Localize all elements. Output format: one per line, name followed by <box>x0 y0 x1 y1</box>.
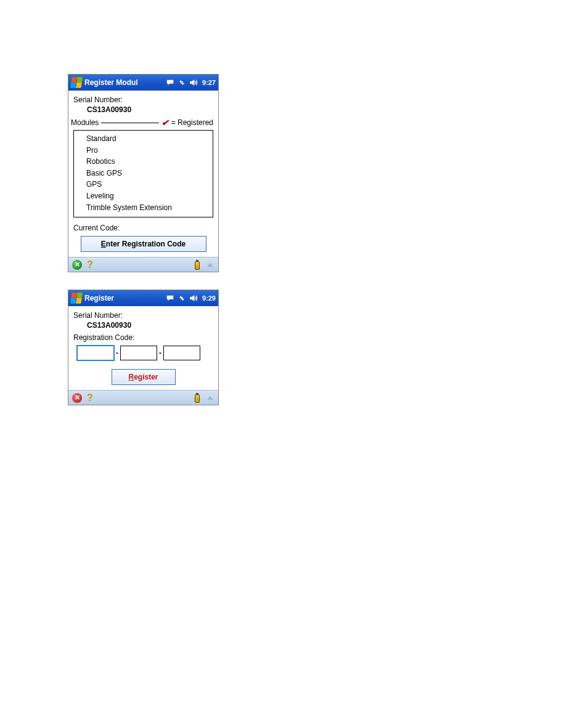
chat-icon[interactable] <box>166 78 174 87</box>
ok-icon[interactable]: ✕ <box>72 260 82 270</box>
clock-text: 9:27 <box>202 79 216 86</box>
list-item[interactable]: Basic GPS <box>86 168 209 179</box>
help-icon[interactable]: ? <box>87 392 93 404</box>
list-item[interactable]: GPS <box>86 179 209 190</box>
cancel-icon[interactable]: ✕ <box>72 393 82 403</box>
current-code-label: Current Code: <box>73 224 213 232</box>
serial-number-value: CS13A00930 <box>87 321 213 330</box>
register-button[interactable]: Register <box>112 369 176 385</box>
content-area: Serial Number: CS13A00930 Registration C… <box>68 306 218 390</box>
divider-line <box>101 123 158 123</box>
dash: - <box>116 349 118 357</box>
window-title: Register <box>84 294 166 302</box>
battery-icon[interactable] <box>194 260 201 270</box>
volume-icon[interactable] <box>189 294 198 302</box>
list-item[interactable]: Leveling <box>86 190 209 202</box>
bottom-toolbar: ✕ ? <box>68 390 218 405</box>
registration-code-label: Registration Code: <box>73 333 213 342</box>
list-item[interactable]: Robotics <box>86 156 209 168</box>
serial-number-label: Serial Number: <box>73 311 213 320</box>
serial-number-label: Serial Number: <box>73 95 213 104</box>
modules-header: Modules ✔ = Registered <box>71 118 213 128</box>
enter-registration-code-button[interactable]: Enter Registration Code <box>81 236 206 252</box>
connectivity-icon[interactable] <box>178 294 186 302</box>
serial-number-value: CS13A00930 <box>87 105 213 114</box>
list-item[interactable]: Pro <box>86 145 209 156</box>
registered-label: = Registered <box>171 118 213 127</box>
code-part-1-input[interactable] <box>77 346 114 360</box>
chat-icon[interactable] <box>166 294 174 302</box>
code-part-2-input[interactable] <box>120 346 157 360</box>
registration-code-inputs: - - <box>77 346 213 360</box>
sip-up-icon[interactable] <box>206 261 214 269</box>
help-icon[interactable]: ? <box>87 259 93 270</box>
status-icons: 9:27 <box>166 78 216 87</box>
list-item[interactable]: Trimble System Extension <box>86 202 209 214</box>
code-part-3-input[interactable] <box>163 346 200 360</box>
list-item[interactable]: Standard <box>86 133 209 145</box>
start-icon[interactable] <box>71 293 82 304</box>
dash: - <box>159 349 161 357</box>
title-bar: Register 9:29 <box>68 290 218 306</box>
window-title: Register Modul <box>84 78 166 87</box>
register-modules-window: Register Modul 9:27 Serial Number: CS13A… <box>68 74 219 272</box>
connectivity-icon[interactable] <box>178 78 186 87</box>
register-window: Register 9:29 Serial Number: CS13A00930 … <box>68 290 219 405</box>
status-icons: 9:29 <box>166 294 216 302</box>
check-icon: ✔ <box>161 118 169 128</box>
battery-icon[interactable] <box>194 393 201 403</box>
modules-label: Modules <box>71 118 99 127</box>
start-icon[interactable] <box>71 77 82 88</box>
content-area: Serial Number: CS13A00930 Modules ✔ = Re… <box>68 91 218 257</box>
bottom-toolbar: ✕ ? <box>68 257 218 272</box>
volume-icon[interactable] <box>189 78 198 87</box>
modules-list[interactable]: Standard Pro Robotics Basic GPS GPS Leve… <box>73 130 213 217</box>
sip-up-icon[interactable] <box>206 394 214 402</box>
clock-text: 9:29 <box>202 294 216 302</box>
title-bar: Register Modul 9:27 <box>68 75 218 91</box>
